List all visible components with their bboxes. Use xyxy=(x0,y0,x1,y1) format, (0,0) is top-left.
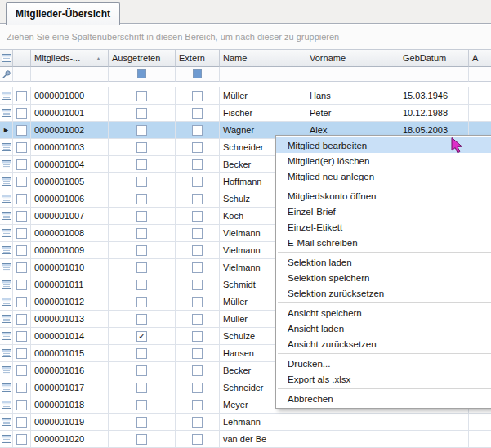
cell-extern[interactable] xyxy=(176,122,220,139)
context-menu-item[interactable]: Ansicht zurücksetzen xyxy=(276,336,491,352)
cell-mitgliedsnr[interactable]: 0000001009 xyxy=(31,242,109,259)
column-header-name[interactable]: Name xyxy=(220,49,306,67)
column-header-mitgliedsnr[interactable]: Mitglieds-...▲ xyxy=(31,49,109,67)
cell-indicator[interactable] xyxy=(0,396,13,414)
cell-vorname[interactable] xyxy=(306,414,399,431)
cell-select[interactable] xyxy=(13,431,31,448)
cell-mitgliedsnr[interactable]: 0000001017 xyxy=(31,379,109,396)
cell-ausgetreten[interactable] xyxy=(109,276,176,293)
context-menu-item[interactable]: Export als .xlsx xyxy=(276,371,491,387)
extern-checkbox[interactable] xyxy=(192,245,203,256)
ausgetreten-checkbox[interactable] xyxy=(136,108,147,119)
cell-ausgetreten[interactable] xyxy=(109,105,176,122)
column-header-a[interactable]: A xyxy=(469,49,491,67)
cell-select[interactable] xyxy=(13,362,31,379)
cell-extern[interactable] xyxy=(176,225,220,242)
cell-ausgetreten[interactable] xyxy=(109,242,176,259)
ausgetreten-checkbox[interactable] xyxy=(136,314,147,325)
select-checkbox[interactable] xyxy=(16,331,27,342)
cell-a[interactable] xyxy=(469,87,491,105)
cell-mitgliedsnr[interactable]: 0000001015 xyxy=(31,345,109,362)
cell-indicator[interactable] xyxy=(0,225,13,242)
ausgetreten-checkbox[interactable] xyxy=(136,383,147,393)
cell-indicator[interactable] xyxy=(0,156,13,173)
select-checkbox[interactable] xyxy=(16,194,27,204)
cell-extern[interactable] xyxy=(176,379,220,396)
select-checkbox[interactable] xyxy=(16,365,27,376)
context-menu-item[interactable]: Selektion laden xyxy=(276,254,491,270)
filter-cell-a[interactable] xyxy=(469,67,491,82)
extern-filter-checkbox[interactable] xyxy=(193,69,202,78)
cell-mitgliedsnr[interactable]: 0000001010 xyxy=(31,259,109,276)
cell-indicator[interactable] xyxy=(0,328,13,345)
cell-extern[interactable] xyxy=(176,208,220,225)
extern-checkbox[interactable] xyxy=(192,348,203,359)
cell-extern[interactable] xyxy=(176,345,220,362)
cell-ausgetreten[interactable] xyxy=(109,362,176,379)
extern-checkbox[interactable] xyxy=(192,159,203,170)
cell-select[interactable] xyxy=(13,379,31,396)
tab-mitglieder-uebersicht[interactable]: Mitglieder-Übersicht xyxy=(6,2,120,25)
cell-extern[interactable] xyxy=(176,414,220,431)
cell-vorname[interactable]: Peter xyxy=(306,105,399,122)
group-by-panel[interactable]: Ziehen Sie eine Spaltenüberschrift in di… xyxy=(0,25,491,49)
cell-extern[interactable] xyxy=(176,311,220,328)
cell-extern[interactable] xyxy=(176,190,220,208)
cell-name[interactable]: van der Be xyxy=(220,431,306,448)
cell-select[interactable] xyxy=(13,173,31,190)
extern-checkbox[interactable] xyxy=(192,331,203,342)
cell-extern[interactable] xyxy=(176,87,220,105)
context-menu-item[interactable]: Einzel-Brief xyxy=(276,204,491,219)
select-checkbox[interactable] xyxy=(16,228,27,239)
ausgetreten-checkbox[interactable] xyxy=(136,365,147,376)
context-menu-item[interactable]: Selektion zurücksetzen xyxy=(276,285,491,301)
cell-extern[interactable] xyxy=(176,139,220,156)
table-row[interactable]: 0000001001FischerPeter10.12.1988 xyxy=(0,105,491,122)
column-header-ausgetreten[interactable]: Ausgetreten xyxy=(109,49,176,67)
context-menu-item[interactable]: Ansicht speichern xyxy=(276,305,491,320)
cell-indicator[interactable] xyxy=(0,362,13,379)
cell-select[interactable] xyxy=(13,242,31,259)
cell-select[interactable] xyxy=(13,414,31,431)
select-checkbox[interactable] xyxy=(16,91,27,101)
cell-mitgliedsnr[interactable]: 0000001013 xyxy=(31,311,109,328)
cell-mitgliedsnr[interactable]: 0000001012 xyxy=(31,293,109,311)
extern-checkbox[interactable] xyxy=(192,108,203,119)
cell-ausgetreten[interactable] xyxy=(109,190,176,208)
cell-indicator[interactable] xyxy=(0,293,13,311)
context-menu-item[interactable]: Mitglied neu anlegen xyxy=(276,168,491,184)
ausgetreten-checkbox[interactable] xyxy=(136,297,147,307)
filter-cell-extern[interactable] xyxy=(176,67,220,82)
ausgetreten-checkbox[interactable] xyxy=(136,280,147,290)
ausgetreten-checkbox[interactable] xyxy=(136,125,147,136)
table-row[interactable]: 0000001019Lehmann xyxy=(0,414,491,431)
extern-checkbox[interactable] xyxy=(192,383,203,393)
context-menu-item[interactable]: Mitgliedskonto öffnen xyxy=(276,188,491,204)
cell-select[interactable] xyxy=(13,208,31,225)
cell-select[interactable] xyxy=(13,139,31,156)
select-checkbox[interactable] xyxy=(16,125,27,136)
cell-extern[interactable] xyxy=(176,276,220,293)
extern-checkbox[interactable] xyxy=(192,434,203,445)
cell-extern[interactable] xyxy=(176,173,220,190)
cell-a[interactable] xyxy=(469,431,491,448)
extern-checkbox[interactable] xyxy=(192,228,203,239)
cell-select[interactable] xyxy=(13,328,31,345)
ausgetreten-checkbox[interactable] xyxy=(136,91,147,101)
cell-extern[interactable] xyxy=(176,431,220,448)
cell-extern[interactable] xyxy=(176,156,220,173)
cell-mitgliedsnr[interactable]: 0000001007 xyxy=(31,208,109,225)
filter-cell-gebdatum[interactable] xyxy=(399,67,469,82)
extern-checkbox[interactable] xyxy=(192,194,203,204)
cell-select[interactable] xyxy=(13,122,31,139)
cell-ausgetreten[interactable] xyxy=(109,122,176,139)
extern-checkbox[interactable] xyxy=(192,297,203,307)
filter-cell-ausgetreten[interactable] xyxy=(109,67,176,82)
context-menu-item[interactable]: Drucken... xyxy=(276,356,491,371)
cell-ausgetreten[interactable]: ✓ xyxy=(109,328,176,345)
cell-select[interactable] xyxy=(13,225,31,242)
cell-extern[interactable] xyxy=(176,105,220,122)
cell-indicator[interactable] xyxy=(0,311,13,328)
select-checkbox[interactable] xyxy=(16,348,27,359)
cell-extern[interactable] xyxy=(176,293,220,311)
